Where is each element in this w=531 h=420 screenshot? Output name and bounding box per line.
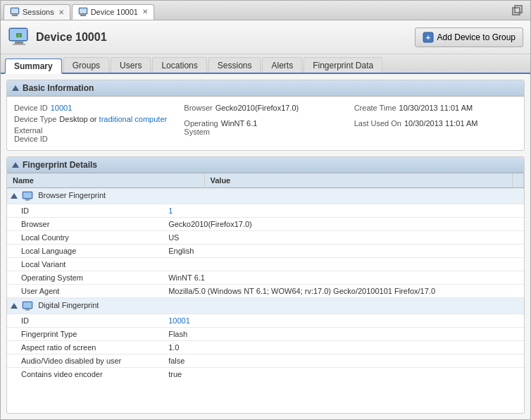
create-time-row: Create Time 10/30/2013 11:01 AM [354, 104, 517, 112]
device-type-link[interactable]: traditional computer [99, 115, 168, 123]
fp-value-audio-video: false [163, 354, 524, 368]
tab-sessions[interactable]: Sessions ✕ [4, 4, 70, 20]
nav-tab-alerts-label: Alerts [271, 61, 293, 70]
digital-fp-icon [22, 300, 33, 311]
fp-value-browser-id-link[interactable]: 1 [168, 206, 173, 215]
fp-row-aspect: Aspect ratio of screen 1.0 [7, 341, 524, 354]
svg-rect-20 [25, 199, 30, 201]
tab-device10001-close[interactable]: ✕ [142, 8, 148, 16]
os-row: OperatingSystem WinNT 6.1 [184, 119, 346, 136]
fp-value-aspect: 1.0 [163, 341, 524, 354]
browser-label: Browser [184, 104, 212, 112]
external-device-id-label: ExternalDevice ID [14, 126, 48, 143]
fingerprint-header: Fingerprint Details [7, 157, 524, 173]
fp-value-browser: Gecko2010(Firefox17.0) [163, 218, 524, 231]
device-type-value: Desktop or traditional computer [59, 115, 167, 123]
fp-row-fp-type: Fingerprint Type Flash [7, 328, 524, 341]
os-label: OperatingSystem [184, 119, 218, 136]
group-browser-fingerprint: Browser Fingerprint [7, 188, 524, 204]
fp-col-name: Name [7, 173, 204, 188]
fp-value-local-language: English [163, 245, 524, 258]
fp-row-local-language: Local Language English [7, 245, 524, 258]
fp-value-user-agent: Mozilla/5.0 (Windows NT 6.1; WOW64; rv:1… [163, 285, 524, 298]
fp-name-local-country: Local Country [7, 231, 163, 245]
digital-fp-label: Digital Fingerprint [38, 301, 99, 309]
last-used-label: Last Used On [354, 119, 401, 128]
digital-fp-collapse-icon[interactable] [11, 303, 18, 309]
fp-row-user-agent: User Agent Mozilla/5.0 (Windows NT 6.1; … [7, 285, 524, 298]
fp-scroll-area[interactable]: Browser Fingerprint ID 1 Browser Gecko20… [7, 188, 524, 378]
fp-value-browser-id: 1 [163, 204, 524, 218]
fp-name-user-agent: User Agent [7, 285, 163, 298]
svg-rect-5 [80, 15, 86, 16]
nav-tab-locations[interactable]: Locations [152, 57, 206, 73]
svg-rect-23 [23, 302, 32, 308]
page-title: Device 10001 [36, 31, 107, 44]
fp-data-table: Browser Fingerprint ID 1 Browser Gecko20… [7, 188, 524, 378]
svg-rect-3 [11, 8, 18, 13]
tab-device10001-label: Device 10001 [91, 8, 138, 16]
nav-tab-fingerprint-data-label: Fingerprint Data [313, 61, 373, 70]
browser-fp-group-cell: Browser Fingerprint [7, 188, 524, 204]
os-value: WinNT 6.1 [221, 119, 258, 128]
basic-info-col1: Device ID 10001 Device Type Desktop or t… [14, 104, 177, 143]
svg-rect-7 [80, 8, 87, 13]
add-device-group-label: Add Device to Group [437, 32, 516, 42]
fp-row-os: Operating System WinNT 6.1 [7, 271, 524, 285]
fp-row-local-country: Local Country US [7, 231, 524, 245]
fp-table-container: Name Value [7, 173, 524, 378]
create-time-label: Create Time [354, 104, 396, 112]
svg-rect-9 [515, 6, 522, 13]
svg-rect-6 [80, 14, 87, 15]
nav-tab-summary[interactable]: Summary [5, 58, 62, 74]
fp-collapse-icon[interactable] [12, 162, 19, 168]
svg-rect-2 [11, 14, 18, 15]
nav-tabs-bar: Summary Groups Users Locations Sessions … [1, 54, 530, 74]
nav-tab-fingerprint-data[interactable]: Fingerprint Data [304, 57, 382, 73]
fp-name-aspect: Aspect ratio of screen [7, 341, 163, 354]
device-header: ✓ Device 10001 + Add Device to Group [1, 20, 530, 54]
nav-tab-users-label: Users [120, 61, 142, 70]
fp-value-video-encoder: true [163, 368, 524, 379]
create-time-value: 10/30/2013 11:01 AM [399, 104, 473, 112]
fp-value-fp-type: Flash [163, 328, 524, 341]
device-id-value[interactable]: 10001 [51, 104, 73, 112]
last-used-value: 10/30/2013 11:01 AM [404, 119, 478, 128]
fp-value-digital-id-link[interactable]: 10001 [168, 316, 190, 325]
fp-row-digital-id: ID 10001 [7, 314, 524, 328]
browser-fp-collapse-icon[interactable] [11, 193, 18, 199]
svg-rect-19 [23, 192, 32, 198]
svg-rect-12 [15, 42, 23, 44]
fingerprint-card: Fingerprint Details Name Value [6, 156, 525, 414]
tab-device10001[interactable]: Device 10001 ✕ [72, 4, 154, 20]
svg-rect-24 [25, 309, 30, 311]
nav-tab-users[interactable]: Users [111, 57, 151, 73]
collapse-icon[interactable] [12, 85, 19, 91]
nav-tab-sessions-label: Sessions [218, 61, 252, 70]
svg-rect-21 [24, 199, 31, 199]
svg-text:✓: ✓ [18, 33, 20, 37]
add-device-group-button[interactable]: + Add Device to Group [415, 27, 523, 47]
window-restore-icon[interactable] [508, 4, 527, 20]
browser-fp-label: Browser Fingerprint [38, 191, 106, 199]
sessions-tab-icon [10, 7, 20, 17]
fp-value-digital-id: 10001 [163, 314, 524, 328]
device-title-area: ✓ Device 10001 [8, 26, 107, 49]
tab-bar: Sessions ✕ Device 10001 ✕ [1, 1, 530, 20]
svg-rect-25 [24, 309, 31, 309]
nav-tab-groups[interactable]: Groups [63, 57, 109, 73]
tab-sessions-close[interactable]: ✕ [58, 8, 64, 16]
fingerprint-title: Fingerprint Details [23, 160, 97, 170]
device-id-label: Device ID [14, 104, 48, 112]
fp-row-audio-video: Audio/Video disabled by user false [7, 354, 524, 368]
main-window: Sessions ✕ Device 10001 ✕ [0, 0, 531, 420]
group-digital-fingerprint: Digital Fingerprint [7, 298, 524, 314]
basic-info-title: Basic Information [23, 83, 94, 93]
nav-tab-alerts[interactable]: Alerts [262, 57, 302, 73]
nav-tab-sessions[interactable]: Sessions [208, 57, 261, 73]
basic-info-col3: Create Time 10/30/2013 11:01 AM Last Use… [354, 104, 517, 143]
fp-name-fp-type: Fingerprint Type [7, 328, 163, 341]
fp-row-video-encoder: Contains video encoder true [7, 368, 524, 379]
tab-sessions-label: Sessions [23, 8, 54, 16]
fp-name-local-variant: Local Variant [7, 258, 163, 271]
